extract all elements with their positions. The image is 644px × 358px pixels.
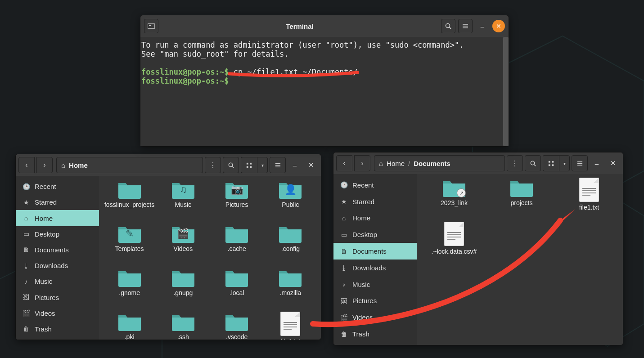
sidebar-item-home[interactable]: ⌂Home (333, 210, 417, 227)
clock-icon: 🕑 (340, 181, 348, 188)
sidebar-item-starred[interactable]: ★Starred (16, 194, 99, 210)
file-file1-txt[interactable]: file1.txt (264, 310, 317, 340)
folder-gnupg[interactable]: .gnupg (156, 266, 210, 310)
terminal-prompt: fosslinux@pop-os:~$ (141, 67, 229, 76)
folder-pictures[interactable]: 📷Pictures (210, 178, 264, 222)
file-grid[interactable]: fosslinux_projects ♫Music 📷Pictures 👤Pub… (99, 176, 321, 340)
forward-button[interactable]: › (354, 155, 370, 171)
folder-videos[interactable]: 🎬Videos (156, 222, 210, 266)
view-dropdown-button[interactable]: ▾ (559, 155, 570, 171)
search-button[interactable] (441, 19, 455, 33)
hamburger-button[interactable] (458, 19, 473, 33)
breadcrumb-documents[interactable]: Documents (414, 160, 450, 167)
hamburger-button[interactable] (270, 157, 286, 173)
terminal-text: See "man sudo_root" for details. (141, 49, 289, 58)
folder-vscode[interactable]: .vscode (210, 310, 264, 340)
file-file1-txt[interactable]: file1.txt (555, 176, 623, 220)
file-label: .config (281, 245, 300, 252)
sidebar-item-trash[interactable]: 🗑Trash (333, 326, 417, 342)
svg-point-10 (229, 163, 232, 166)
home-icon: ⌂ (340, 215, 348, 222)
sidebar-item-documents[interactable]: 🗎Documents (16, 242, 99, 258)
folder-mozilla[interactable]: .mozilla (264, 266, 317, 310)
sidebar-item-home[interactable]: ⌂Home (16, 210, 99, 226)
sidebar-item-downloads[interactable]: ⭳Downloads (16, 258, 99, 273)
breadcrumb-home[interactable]: Home (69, 161, 88, 169)
close-button[interactable]: ✕ (492, 20, 505, 32)
minimize-button[interactable]: – (475, 19, 490, 33)
music-icon: ♪ (340, 281, 348, 288)
view-grid-button[interactable] (241, 157, 257, 173)
path-menu-button[interactable]: ⋮ (205, 157, 221, 173)
back-button[interactable]: ‹ (18, 157, 35, 173)
file-manager-home: ‹ › ⌂ Home ⋮ ▾ – ✕ 🕑Recent ★Starred ⌂Hom… (15, 154, 321, 340)
view-dropdown-button[interactable]: ▾ (257, 157, 268, 173)
svg-rect-12 (247, 162, 248, 164)
fm-header: ‹ › ⌂ Home ⋮ ▾ – ✕ (16, 154, 321, 176)
sidebar-item-music[interactable]: ♪Music (16, 273, 99, 289)
sidebar-item-downloads[interactable]: ⭳Downloads (333, 260, 417, 276)
sidebar-item-trash[interactable]: 🗑Trash (16, 321, 99, 337)
desktop-icon: ▭ (22, 230, 30, 237)
path-bar[interactable]: ⌂ Home (56, 157, 203, 173)
search-button[interactable] (223, 157, 239, 173)
minimize-button[interactable]: – (590, 156, 604, 170)
file-label: .ssh (177, 333, 189, 340)
file-label: .vscode (226, 333, 248, 340)
file-grid[interactable]: ↗2023_link projects file1.txt .~lock.dat… (417, 174, 623, 345)
file-label: fosslinux_projects (104, 201, 154, 208)
folder-cache[interactable]: .cache (210, 222, 264, 266)
terminal-body[interactable]: To run a command as administrator (user … (140, 37, 509, 146)
file-label: .gnome (119, 289, 140, 296)
folder-local[interactable]: .local (210, 266, 264, 310)
file-label: .gnupg (173, 289, 193, 296)
sidebar-item-label: Pictures (352, 297, 377, 304)
back-button[interactable]: ‹ (336, 155, 352, 171)
search-button[interactable] (525, 155, 541, 171)
sidebar-item-videos[interactable]: 🎬Videos (333, 309, 417, 326)
folder-music[interactable]: ♫Music (156, 178, 210, 222)
breadcrumb-home[interactable]: Home (387, 160, 405, 167)
folder-projects[interactable]: projects (488, 176, 555, 220)
sidebar-item-label: Recent (352, 181, 374, 189)
svg-rect-24 (552, 164, 554, 166)
folder-pki[interactable]: .pki (103, 310, 156, 340)
sidebar-item-recent[interactable]: 🕑Recent (333, 177, 417, 193)
pictures-icon: 🖼 (340, 297, 348, 304)
view-grid-button[interactable] (543, 155, 559, 171)
minimize-button[interactable]: – (288, 158, 302, 172)
svg-line-11 (232, 166, 233, 167)
scrollbar[interactable] (503, 37, 509, 146)
sidebar-item-label: Documents (35, 246, 69, 254)
file-label: Public (282, 201, 299, 208)
music-icon: ♫ (180, 184, 187, 195)
file-lock-data-csv[interactable]: .~lock.data.csv# (420, 220, 488, 264)
folder-ssh[interactable]: .ssh (156, 310, 210, 340)
close-button[interactable]: ✕ (606, 156, 620, 170)
sidebar-item-documents[interactable]: 🗎Documents (333, 243, 417, 260)
sidebar-item-videos[interactable]: 🎬Videos (16, 305, 99, 321)
forward-button[interactable]: › (36, 157, 53, 173)
sidebar-item-pictures[interactable]: 🖼Pictures (16, 289, 99, 305)
sidebar-item-desktop[interactable]: ▭Desktop (333, 226, 417, 243)
path-bar[interactable]: ⌂ Home / Documents (374, 155, 505, 171)
sidebar-item-recent[interactable]: 🕑Recent (16, 179, 99, 194)
download-icon: ⭳ (22, 262, 30, 269)
sidebar-item-desktop[interactable]: ▭Desktop (16, 226, 99, 242)
folder-fosslinux-projects[interactable]: fosslinux_projects (103, 178, 156, 222)
path-menu-button[interactable]: ⋮ (507, 155, 523, 171)
sidebar-item-pictures[interactable]: 🖼Pictures (333, 293, 417, 309)
sidebar-item-starred[interactable]: ★Starred (333, 193, 417, 210)
sidebar-item-label: Downloads (352, 264, 386, 272)
folder-gnome[interactable]: .gnome (103, 266, 156, 310)
folder-public[interactable]: 👤Public (264, 178, 317, 222)
close-button[interactable]: ✕ (304, 158, 318, 172)
file-manager-documents: ‹ › ⌂ Home / Documents ⋮ ▾ – ✕ 🕑Recent ★… (333, 152, 623, 345)
sidebar-item-music[interactable]: ♪Music (333, 276, 417, 293)
fm-header: ‹ › ⌂ Home / Documents ⋮ ▾ – ✕ (333, 152, 623, 174)
folder-2023-link[interactable]: ↗2023_link (420, 176, 488, 220)
folder-templates[interactable]: ✎Templates (103, 222, 156, 266)
folder-config[interactable]: .config (264, 222, 317, 266)
terminal-profile-button[interactable] (144, 19, 158, 33)
hamburger-button[interactable] (572, 155, 588, 171)
